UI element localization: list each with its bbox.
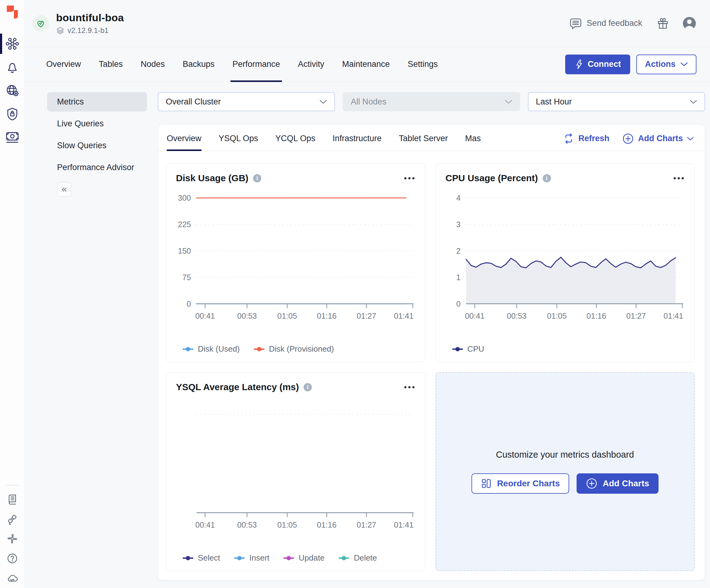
chevron-down-icon <box>680 62 688 67</box>
info-icon[interactable] <box>304 383 312 392</box>
chevron-down-icon <box>505 99 512 104</box>
rail-item-security[interactable] <box>0 102 25 126</box>
info-icon[interactable] <box>253 174 261 183</box>
tab-settings[interactable]: Settings <box>408 47 438 82</box>
performance-content: Metrics Live Queries Slow Queries Perfor… <box>25 82 710 588</box>
rail-item-integrations[interactable] <box>0 509 25 529</box>
add-charts-panel-button[interactable]: Add Charts <box>576 473 659 494</box>
plus-circle-icon <box>622 133 634 144</box>
svg-text:01:27: 01:27 <box>357 520 376 529</box>
legend-item[interactable]: Disk (Provisioned) <box>254 344 334 354</box>
scope-select[interactable]: Overall Cluster <box>158 92 335 111</box>
cluster-icon <box>5 37 19 51</box>
rail-item-alerts[interactable] <box>0 55 25 79</box>
health-badge <box>32 15 49 32</box>
metrics-tab-label: Mas <box>465 134 481 143</box>
tab-performance[interactable]: Performance <box>232 47 280 82</box>
nodes-select[interactable]: All Nodes <box>343 92 520 111</box>
submenu-item-metrics[interactable]: Metrics <box>47 92 147 112</box>
tab-tables[interactable]: Tables <box>99 47 123 82</box>
cloud-icon <box>6 573 18 583</box>
charts-grid: Disk Usage (GB) 07515022530000:4100:5301… <box>158 151 705 571</box>
plus-circle-icon <box>586 478 597 489</box>
submenu-label: Live Queries <box>57 119 104 128</box>
legend-marker-icon <box>234 556 245 561</box>
rail-item-slack[interactable] <box>0 529 25 548</box>
tab-overview[interactable]: Overview <box>46 47 81 82</box>
legend-item[interactable]: CPU <box>452 344 484 354</box>
connect-button[interactable]: Connect <box>565 54 630 74</box>
legend-marker-icon <box>183 347 193 352</box>
reorder-grid-icon <box>481 478 492 489</box>
yugabyte-logo[interactable] <box>5 4 19 20</box>
time-range-value: Last Hour <box>536 97 572 107</box>
add-charts-button[interactable]: Add Charts <box>622 133 694 144</box>
chart-menu-button[interactable] <box>673 175 684 182</box>
tab-label: Nodes <box>141 60 165 69</box>
user-menu-button[interactable] <box>682 16 696 30</box>
help-icon <box>7 553 18 564</box>
rail-item-help[interactable] <box>0 548 25 568</box>
legend-item[interactable]: Insert <box>234 553 269 563</box>
gift-icon <box>656 17 669 30</box>
metrics-tab-overview[interactable]: Overview <box>167 126 202 151</box>
whats-new-button[interactable] <box>656 17 669 30</box>
disk-usage-chart[interactable]: 07515022530000:4100:5301:0501:1601:2701:… <box>176 188 415 324</box>
rail-item-cloud-status[interactable] <box>0 568 25 588</box>
rail-item-billing[interactable] <box>0 126 25 149</box>
svg-text:0: 0 <box>187 300 191 308</box>
metrics-tab-ysql-ops[interactable]: YSQL Ops <box>219 126 258 151</box>
svg-text:225: 225 <box>178 220 191 229</box>
tab-label: Performance <box>232 60 280 69</box>
rail-item-clusters[interactable] <box>0 32 25 55</box>
tab-nodes[interactable]: Nodes <box>141 47 165 82</box>
reorder-charts-button[interactable]: Reorder Charts <box>472 473 569 494</box>
svg-text:00:41: 00:41 <box>195 311 215 320</box>
tab-maintenance[interactable]: Maintenance <box>342 47 390 82</box>
cluster-name: bountiful-boa <box>56 12 124 24</box>
metrics-tab-tablet-server[interactable]: Tablet Server <box>399 126 448 151</box>
legend-item[interactable]: Disk (Used) <box>183 344 240 354</box>
ysql-latency-chart[interactable]: 00:4100:5301:0501:1601:2701:41 <box>176 397 415 533</box>
tab-label: Backups <box>183 60 215 69</box>
svg-text:01:27: 01:27 <box>357 311 376 320</box>
collapse-sidebar-button[interactable] <box>57 182 71 196</box>
rail-item-docs[interactable] <box>0 489 25 509</box>
tab-backups[interactable]: Backups <box>183 47 215 82</box>
cpu-usage-card: CPU Usage (Percent) 0123400:4100:5301:05… <box>435 163 695 362</box>
bell-icon <box>6 61 19 74</box>
send-feedback-button[interactable]: Send feedback <box>569 18 642 29</box>
legend-label: Select <box>198 553 220 563</box>
submenu-item-live-queries[interactable]: Live Queries <box>47 114 147 134</box>
legend-item[interactable]: Select <box>183 553 220 563</box>
chart-menu-button[interactable] <box>404 384 415 391</box>
tab-label: Overview <box>46 60 81 69</box>
refresh-button[interactable]: Refresh <box>563 133 610 144</box>
metrics-tab-ycql-ops[interactable]: YCQL Ops <box>276 126 315 151</box>
submenu-label: Slow Queries <box>57 141 106 150</box>
metrics-tab-label: Tablet Server <box>399 134 448 143</box>
chevron-down-icon <box>687 137 694 141</box>
svg-text:01:27: 01:27 <box>626 311 646 320</box>
submenu-item-slow-queries[interactable]: Slow Queries <box>47 136 147 155</box>
legend-item[interactable]: Delete <box>339 553 377 563</box>
rail-item-network[interactable] <box>0 79 25 102</box>
metrics-tab-master[interactable]: Mas <box>465 126 481 151</box>
metrics-tab-infrastructure[interactable]: Infrastructure <box>332 126 381 151</box>
billing-icon <box>5 131 19 144</box>
performance-submenu: Metrics Live Queries Slow Queries Perfor… <box>47 92 147 196</box>
chart-legend: CPU <box>446 344 685 354</box>
time-range-select[interactable]: Last Hour <box>528 92 705 111</box>
tab-activity[interactable]: Activity <box>298 47 325 82</box>
actions-button[interactable]: Actions <box>636 54 696 74</box>
submenu-item-performance-advisor[interactable]: Performance Advisor <box>47 158 147 177</box>
chart-title: YSQL Average Latency (ms) <box>176 382 299 392</box>
rail-divider <box>6 485 19 486</box>
info-icon[interactable] <box>543 174 551 183</box>
legend-item[interactable]: Update <box>284 553 325 563</box>
legend-label: Disk (Used) <box>198 344 240 354</box>
cpu-usage-chart[interactable]: 0123400:4100:5301:0501:1601:2701:41 <box>446 188 685 324</box>
chart-title: Disk Usage (GB) <box>176 173 249 183</box>
chart-menu-button[interactable] <box>404 175 415 182</box>
svg-text:00:53: 00:53 <box>237 520 257 529</box>
